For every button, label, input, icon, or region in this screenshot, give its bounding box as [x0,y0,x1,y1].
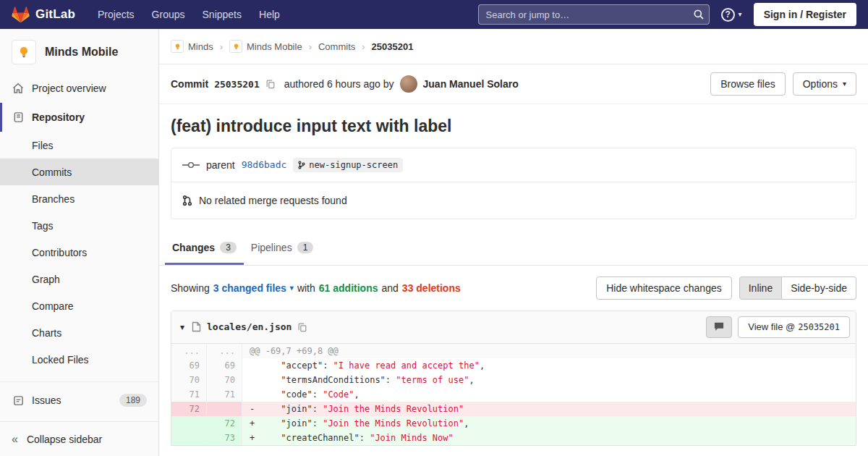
authored-text: authored 6 hours ago by [284,78,394,90]
breadcrumb-separator: › [220,41,223,52]
old-line-number[interactable]: 69 [171,358,207,373]
sidebar-item-commits[interactable]: Commits [0,159,158,185]
new-line-number[interactable]: 70 [207,373,242,387]
main-content: Minds›Minds Mobile›Commits›25035201 Comm… [159,0,868,456]
commit-label: Commit [171,78,208,90]
view-file-label: View file @ [748,321,795,332]
and-text: and [381,282,398,294]
collapse-sidebar-label: Collapse sidebar [27,434,102,445]
sidebar-item-project-overview[interactable]: Project overview [0,74,158,103]
sidebar-item-repository[interactable]: Repository [0,103,158,132]
search-input[interactable] [478,4,710,25]
old-line-number[interactable]: 70 [171,373,207,387]
sidebar-item-issues[interactable]: Issues 189 [0,386,158,415]
tab-pipelines[interactable]: Pipelines1 [244,232,321,265]
navbar-links: ProjectsGroupsSnippetsHelp [90,4,288,25]
breadcrumb-item-commits[interactable]: Commits [318,41,355,52]
signin-register-button[interactable]: Sign in / Register [754,3,856,26]
old-line-number[interactable]: 71 [171,387,207,402]
diff-line-code: + "join": "Join the Minds Revolution", [242,416,856,431]
browse-files-button[interactable]: Browse files [710,72,785,96]
toggle-comments-button[interactable] [706,316,732,338]
sidebar-item-charts[interactable]: Charts [0,319,158,346]
sidebar-item-files[interactable]: Files [0,132,158,159]
branch-ref-badge[interactable]: new-signup-screen [293,158,403,172]
old-line-number[interactable]: 72 [171,402,207,416]
project-sidebar: Minds Mobile Project overview Repository… [0,29,159,456]
view-file-button[interactable]: View file @ 25035201 [738,316,850,338]
side-by-side-view-button[interactable]: Side-by-side [782,276,856,300]
nav-link-groups[interactable]: Groups [144,4,193,25]
repository-subnav: FilesCommitsBranchesTagsContributorsGrap… [0,132,158,373]
breadcrumb-separator: › [362,41,365,52]
branch-name: new-signup-screen [309,160,398,170]
diff-line-code: "code": "Code", [242,387,856,402]
new-line-number[interactable]: 69 [207,358,242,373]
project-header[interactable]: Minds Mobile [0,29,158,74]
old-line-number[interactable] [171,431,207,445]
file-icon [192,321,201,332]
diff-file-name[interactable]: locales/en.json [207,321,292,332]
parent-label: parent [206,159,235,171]
help-menu[interactable]: ? ▾ [721,8,742,22]
nav-link-snippets[interactable]: Snippets [195,4,250,25]
chevron-down-icon: ▾ [290,284,294,292]
lightbulb-icon [233,43,239,50]
gitlab-home-link[interactable]: GitLab [12,7,75,23]
search-icon[interactable] [693,9,705,20]
parent-sha-link[interactable]: 98d6badc [242,159,287,170]
diff-line: 72+ "join": "Join the Minds Revolution", [171,416,856,431]
changed-files-label: 3 changed files [213,282,286,294]
diff-line: 72- "join": "Join the Minds Revolution" [171,402,856,416]
breadcrumb-item-minds[interactable]: Minds [171,40,213,53]
related-mr-row: No related merge requests found [171,182,856,219]
old-line-number[interactable] [171,416,207,431]
double-chevron-left-icon: « [12,434,18,445]
diff-view-controls: Hide whitespace changes Inline Side-by-s… [596,276,856,300]
commit-tabs: Changes3Pipelines1 [159,232,868,266]
breadcrumb: Minds›Minds Mobile›Commits›25035201 [159,29,868,64]
sidebar-item-label: Project overview [32,83,106,94]
new-line-number[interactable]: 72 [207,416,242,431]
view-file-sha: 25035201 [798,322,840,332]
breadcrumb-item-minds-mobile[interactable]: Minds Mobile [229,40,302,53]
sidebar-item-graph[interactable]: Graph [0,266,158,292]
sidebar-item-locked-files[interactable]: Locked Files [0,346,158,373]
copy-commit-sha-button[interactable] [265,79,276,89]
collapse-file-caret[interactable]: ▾ [179,322,186,332]
diff-line-code: - "join": "Join the Minds Revolution" [242,402,856,416]
breadcrumb-item-25035201[interactable]: 25035201 [372,41,414,52]
with-text: with [297,282,315,294]
author-avatar[interactable] [400,75,417,93]
inline-view-button[interactable]: Inline [739,276,782,300]
sidebar-item-branches[interactable]: Branches [0,185,158,212]
copy-icon [265,79,276,89]
new-line-number[interactable]: 73 [207,431,242,445]
new-line-number[interactable]: 71 [207,387,242,402]
breadcrumb-separator: › [309,41,312,52]
lightbulb-icon [18,46,30,58]
new-line-number[interactable] [207,402,242,416]
author-name[interactable]: Juan Manuel Solaro [423,78,519,90]
sidebar-item-compare[interactable]: Compare [0,292,158,319]
breadcrumb-avatar [171,40,184,53]
collapse-sidebar-button[interactable]: « Collapse sidebar [0,421,158,456]
parent-row: parent 98d6badc new-signup-screen [171,148,856,182]
commit-title: (feat) introduce input text with label [171,117,856,137]
hide-whitespace-button[interactable]: Hide whitespace changes [596,276,732,300]
breadcrumb-label: Minds [188,41,213,52]
sidebar-item-tags[interactable]: Tags [0,212,158,239]
tab-changes[interactable]: Changes3 [165,232,244,265]
chevron-down-icon: ▾ [739,11,742,18]
options-dropdown-button[interactable]: Options ▾ [793,72,856,96]
old-line-number[interactable]: ... [171,344,207,358]
global-search [478,4,710,25]
nav-link-help[interactable]: Help [251,4,288,25]
new-line-number[interactable]: ... [207,344,242,358]
sidebar-item-contributors[interactable]: Contributors [0,239,158,266]
changed-files-dropdown[interactable]: 3 changed files ▾ [213,282,294,294]
copy-file-path-button[interactable] [297,322,307,332]
nav-link-projects[interactable]: Projects [90,4,142,25]
tab-count-badge: 3 [220,242,237,253]
brand-name: GitLab [35,7,75,22]
